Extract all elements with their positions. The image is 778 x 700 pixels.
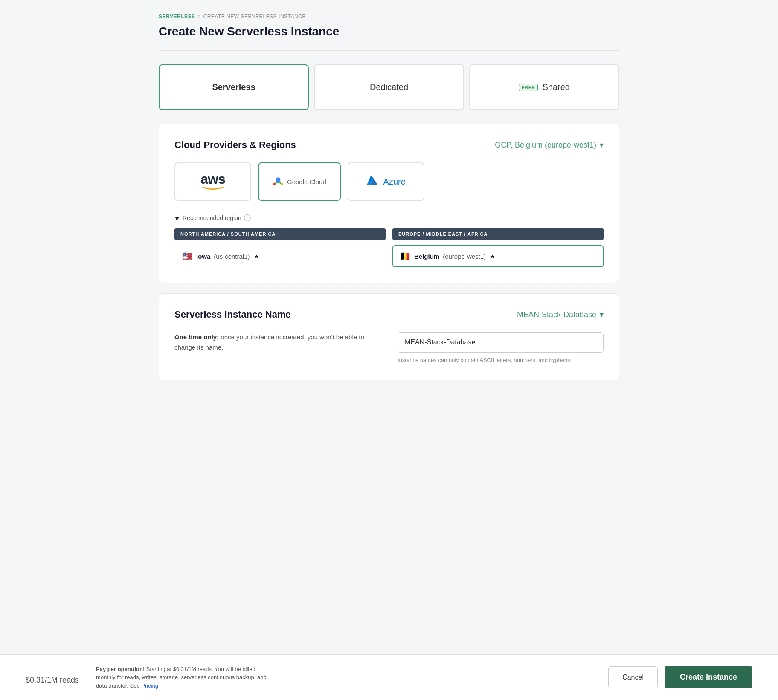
instance-name-hint: Instance names can only contain ASCII le… (398, 356, 604, 364)
breadcrumb: SERVERLESS > CREATE NEW SERVERLESS INSTA… (159, 14, 619, 20)
instance-name-selected[interactable]: MEAN-Stack-Database ▾ (517, 310, 604, 319)
region-group-emea: EUROPE / MIDDLE EAST / AFRICA 🇧🇪 Belgium… (392, 228, 604, 267)
instance-name-input-wrap: Instance names can only contain ASCII le… (398, 332, 604, 364)
cloud-providers-header: Cloud Providers & Regions GCP, Belgium (… (174, 139, 604, 150)
price-display: $0.31/1M reads (26, 668, 79, 686)
iowa-star-icon: ★ (254, 253, 259, 260)
provider-gcp[interactable]: Google Cloud (258, 162, 341, 201)
belgium-flag: 🇧🇪 (400, 251, 411, 261)
price-description: Pay per operation! Starting at $0.31/1M … (96, 665, 267, 690)
recommended-region-label: ★ Recommended region i (174, 214, 604, 221)
emea-header: EUROPE / MIDDLE EAST / AFRICA (392, 228, 604, 240)
region-groups: NORTH AMERICA / SOUTH AMERICA 🇺🇸 Iowa (u… (174, 228, 604, 267)
cloud-providers-card: Cloud Providers & Regions GCP, Belgium (… (159, 124, 619, 283)
svg-point-2 (273, 183, 276, 185)
provider-azure[interactable]: Azure (348, 162, 424, 201)
chevron-down-icon: ▾ (600, 140, 604, 150)
instance-name-body: One time only: once your instance is cre… (174, 332, 604, 364)
instance-type-tabs: Serverless Dedicated FREE Shared (159, 64, 619, 110)
page-title: Create New Serverless Instance (159, 25, 619, 38)
create-instance-button[interactable]: Create Instance (665, 666, 752, 688)
azure-icon (366, 175, 379, 188)
provider-aws[interactable]: aws (174, 162, 251, 201)
breadcrumb-separator: > (197, 14, 200, 20)
providers-grid: aws Google Cloud (174, 162, 604, 201)
pricing-link[interactable]: Pricing (141, 683, 158, 689)
breadcrumb-serverless[interactable]: SERVERLESS (159, 14, 195, 20)
aws-smile-icon (200, 186, 226, 191)
instance-name-card: Serverless Instance Name MEAN-Stack-Data… (159, 293, 619, 380)
title-divider (159, 50, 619, 51)
footer-actions: Cancel Create Instance (608, 666, 752, 688)
belgium-star-icon: ★ (490, 253, 495, 260)
instance-name-input[interactable] (398, 332, 604, 353)
cloud-selected-display[interactable]: GCP, Belgium (europe-west1) ▾ (495, 140, 604, 150)
instance-name-header: Serverless Instance Name MEAN-Stack-Data… (174, 309, 604, 320)
google-cloud-icon (273, 176, 284, 187)
region-iowa[interactable]: 🇺🇸 Iowa (us-central1) ★ (174, 245, 386, 267)
cloud-providers-title: Cloud Providers & Regions (174, 139, 296, 150)
americas-header: NORTH AMERICA / SOUTH AMERICA (174, 228, 386, 240)
star-icon: ★ (174, 214, 180, 221)
instance-name-chevron-icon: ▾ (600, 310, 604, 319)
tab-serverless[interactable]: Serverless (159, 64, 309, 110)
breadcrumb-current: CREATE NEW SERVERLESS INSTANCE (203, 14, 306, 20)
cancel-button[interactable]: Cancel (608, 666, 658, 688)
info-icon[interactable]: i (244, 214, 251, 221)
instance-name-description: One time only: once your instance is cre… (174, 332, 380, 353)
footer-bar: $0.31/1M reads Pay per operation! Starti… (0, 654, 778, 700)
svg-point-3 (281, 183, 283, 185)
free-badge: FREE (519, 84, 538, 91)
region-belgium[interactable]: 🇧🇪 Belgium (europe-west1) ★ (392, 245, 604, 267)
instance-name-title: Serverless Instance Name (174, 309, 291, 320)
tab-free-shared[interactable]: FREE Shared (469, 64, 619, 110)
region-group-americas: NORTH AMERICA / SOUTH AMERICA 🇺🇸 Iowa (u… (174, 228, 386, 267)
tab-dedicated[interactable]: Dedicated (314, 64, 464, 110)
price-main: $0.31/1M reads (26, 668, 79, 686)
iowa-flag: 🇺🇸 (182, 251, 193, 261)
svg-point-1 (276, 177, 281, 182)
